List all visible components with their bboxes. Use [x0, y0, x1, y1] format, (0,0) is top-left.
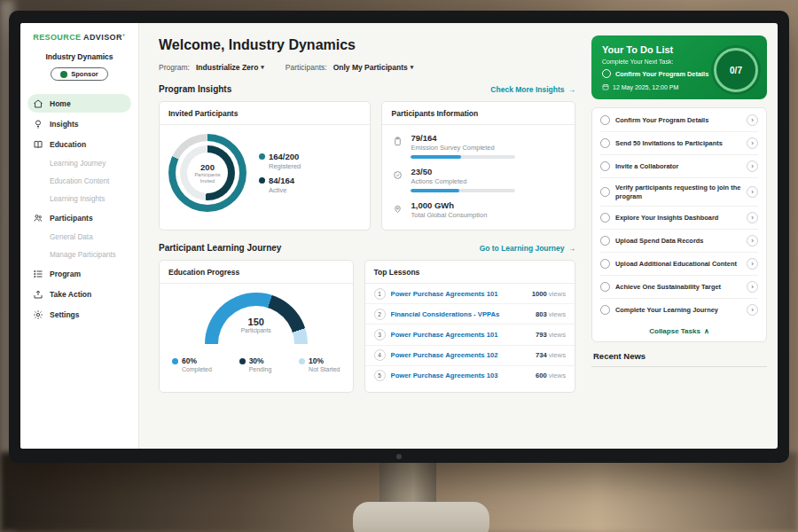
sidebar-item-label: Learning Journey [50, 160, 106, 168]
program-filter-label: Program: [159, 63, 190, 72]
task-row[interactable]: Upload Spend Data Records › [600, 230, 758, 253]
task-label: Explore Your Insights Dashboard [615, 214, 741, 223]
sidebar-item-manage-participants[interactable]: Manage Participants [27, 246, 131, 262]
lesson-views-suffix: views [549, 331, 566, 339]
chevron-right-icon[interactable]: › [747, 160, 758, 172]
checkbox-circle-icon[interactable] [600, 115, 610, 125]
chevron-right-icon[interactable]: › [747, 235, 758, 246]
program-select[interactable]: Industrialize Zero ▾ [196, 63, 264, 72]
sponsor-icon [60, 71, 67, 78]
sidebar-item-insights[interactable]: Insights [27, 114, 131, 133]
participants-select[interactable]: Only My Participants ▾ [333, 63, 414, 72]
todo-due-label: 12 May 2025, 12:00 PM [613, 84, 678, 90]
lesson-link[interactable]: Power Purchase Agreements 102 [391, 351, 530, 359]
checkbox-circle-icon[interactable] [600, 236, 610, 246]
lesson-rank: 3 [374, 329, 386, 340]
legend-value: 84/164 [269, 176, 294, 185]
sidebar-item-participants[interactable]: Participants [27, 208, 131, 227]
checkbox-circle-icon[interactable] [600, 161, 610, 171]
lesson-rank: 4 [374, 349, 386, 361]
lightbulb-icon [33, 119, 43, 129]
task-row[interactable]: Verify participants requesting to join t… [600, 178, 758, 207]
chevron-right-icon[interactable]: › [747, 258, 758, 270]
sponsor-badge[interactable]: Sponsor [51, 67, 107, 81]
sidebar-menu: Home Insights Education Learning Journey [20, 93, 138, 325]
sidebar-item-education[interactable]: Education [27, 135, 131, 153]
lesson-link[interactable]: Financial Considerations - VPPAs [391, 310, 530, 318]
task-label: Send 50 Invitations to Participants [615, 139, 741, 148]
chevron-right-icon[interactable]: › [747, 212, 758, 223]
checkbox-circle-icon[interactable] [600, 259, 610, 269]
chevron-right-icon[interactable]: › [747, 186, 758, 198]
legend-label: Not Started [299, 366, 340, 372]
task-row[interactable]: Upload Additional Educational Content › [600, 253, 758, 276]
todo-next-task[interactable]: Confirm Your Program Details [602, 69, 717, 78]
task-label: Achieve One Sustainability Target [615, 283, 741, 292]
sidebar-item-settings[interactable]: Settings [27, 305, 131, 324]
task-row[interactable]: Send 50 Invitations to Participants › [600, 132, 758, 155]
collapse-tasks-button[interactable]: Collapse Tasks ∧ [600, 321, 758, 340]
legend-dot-registered [259, 153, 265, 160]
lesson-link[interactable]: Power Purchase Agreements 101 [391, 331, 530, 339]
chevron-right-icon[interactable]: › [747, 137, 758, 149]
gauge-center-value: 150 [205, 317, 308, 327]
checkbox-circle-icon[interactable] [600, 187, 610, 197]
task-row[interactable]: Complete Your Learning Journey › [600, 299, 758, 321]
monitor-stand-neck [379, 459, 436, 507]
task-row[interactable]: Explore Your Insights Dashboard › [600, 207, 758, 230]
card-title: Education Progress [160, 261, 353, 284]
app-logo: RESOURCE ADVISOR+ [20, 32, 138, 42]
location-pin-icon [393, 200, 403, 219]
check-more-insights-link[interactable]: Check More Insights → [490, 85, 575, 94]
sidebar-item-program[interactable]: Program [27, 264, 131, 283]
education-progress-gauge: 150 Participants [205, 293, 308, 346]
task-label: Upload Spend Data Records [615, 237, 741, 246]
task-label: Complete Your Learning Journey [615, 306, 741, 315]
collapse-label: Collapse Tasks [649, 327, 700, 335]
donut-center-value: 200 [200, 162, 215, 172]
sidebar-item-label: Participants [50, 214, 93, 223]
task-row[interactable]: Confirm Your Program Details › [600, 109, 758, 132]
lesson-rank: 1 [374, 288, 386, 300]
sidebar-item-learning-journey[interactable]: Learning Journey [27, 155, 131, 171]
todo-progress-ring: 0/7 [714, 48, 758, 92]
legend-item: 84/164 Active [259, 176, 301, 194]
sidebar-item-label: Program [50, 270, 81, 278]
users-icon [33, 213, 43, 223]
sidebar-item-label: Education [50, 140, 86, 149]
chevron-right-icon[interactable]: › [747, 114, 758, 126]
sidebar-item-general-data[interactable]: General Data [27, 229, 131, 245]
lesson-rank: 5 [374, 370, 386, 381]
lesson-views-suffix: views [549, 290, 566, 298]
checkbox-circle-icon[interactable] [600, 138, 610, 148]
participants-information-card: Participants Information 79/164 Emission… [381, 101, 575, 231]
progress-bar [411, 155, 515, 159]
checkbox-circle-icon[interactable] [600, 305, 610, 315]
lesson-rank: 2 [374, 309, 386, 320]
chevron-down-icon: ▾ [411, 64, 414, 71]
checkbox-circle-icon[interactable] [600, 213, 610, 223]
gauge-legend: 60% Completed 30% Pending 10% Not Starte… [160, 356, 353, 372]
sidebar-item-education-content[interactable]: Education Content [27, 173, 131, 189]
lesson-views-value: 600 [536, 372, 547, 379]
org-name: Industry Dynamics [20, 52, 138, 61]
sidebar-item-label: Manage Participants [50, 251, 116, 259]
donut-legend: 164/200 Registered 84/164 Active [259, 146, 301, 200]
card-title: Participants Information [382, 102, 575, 125]
sidebar-item-home[interactable]: Home [27, 94, 131, 113]
checkbox-circle-icon[interactable] [600, 282, 610, 292]
sidebar-item-take-action[interactable]: Take Action [27, 285, 131, 303]
sidebar-item-learning-insights[interactable]: Learning Insights [27, 191, 131, 207]
lesson-link[interactable]: Power Purchase Agreements 103 [391, 372, 530, 379]
chevron-right-icon[interactable]: › [747, 304, 758, 316]
task-row[interactable]: Achieve One Sustainability Target › [600, 276, 758, 299]
legend-item: 10% Not Started [299, 356, 340, 372]
stat-label: Total Global Consumption [411, 211, 487, 219]
stat-label: Actions Completed [411, 177, 515, 185]
task-row[interactable]: Invite a Collaborator › [600, 155, 758, 178]
go-to-learning-journey-link[interactable]: Go to Learning Journey → [480, 244, 575, 253]
gear-icon [33, 309, 43, 320]
legend-dot-pending [239, 358, 246, 364]
lesson-link[interactable]: Power Purchase Agreements 101 [391, 290, 527, 298]
chevron-right-icon[interactable]: › [747, 281, 758, 293]
